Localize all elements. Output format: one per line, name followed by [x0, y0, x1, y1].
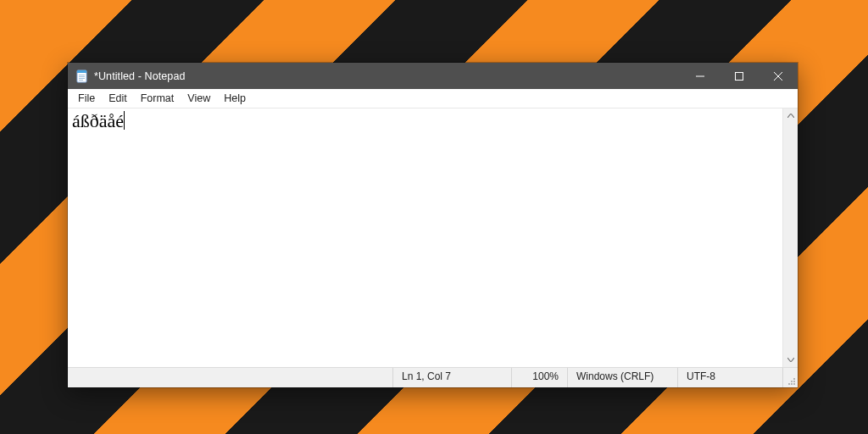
- close-icon: [774, 72, 782, 81]
- text-caret: [124, 111, 125, 130]
- menu-help[interactable]: Help: [217, 91, 253, 106]
- svg-point-15: [793, 383, 795, 385]
- menu-bar: File Edit Format View Help: [68, 89, 798, 108]
- scroll-down-icon[interactable]: [783, 353, 798, 367]
- vertical-scrollbar[interactable]: [782, 108, 798, 367]
- svg-point-12: [793, 381, 795, 382]
- svg-point-11: [791, 381, 793, 382]
- title-bar[interactable]: *Untitled - Notepad: [68, 63, 798, 89]
- maximize-button[interactable]: [720, 63, 759, 89]
- close-button[interactable]: [759, 63, 798, 89]
- resize-grip[interactable]: [782, 368, 798, 387]
- resize-grip-icon: [787, 376, 796, 386]
- status-eol: Windows (CRLF): [567, 368, 677, 387]
- status-bar: Ln 1, Col 7 100% Windows (CRLF) UTF-8: [68, 367, 798, 387]
- maximize-icon: [735, 72, 743, 81]
- minimize-button[interactable]: [681, 63, 720, 89]
- editor-content: áßðäåé: [72, 110, 124, 131]
- svg-point-10: [793, 378, 795, 380]
- menu-view[interactable]: View: [181, 91, 217, 106]
- editor-area: áßðäåé: [68, 108, 798, 367]
- scroll-up-icon[interactable]: [783, 108, 798, 123]
- status-spacer: [68, 368, 392, 387]
- menu-file[interactable]: File: [71, 91, 102, 106]
- status-zoom: 100%: [511, 368, 567, 387]
- app-icon: [75, 70, 89, 83]
- status-line-col: Ln 1, Col 7: [392, 368, 511, 387]
- svg-rect-7: [736, 72, 743, 80]
- notepad-window: *Untitled - Notepad File Edit Format Vie…: [68, 63, 798, 387]
- svg-point-14: [791, 383, 793, 385]
- text-editor[interactable]: áßðäåé: [68, 108, 782, 367]
- svg-rect-1: [77, 70, 86, 73]
- menu-format[interactable]: Format: [134, 91, 181, 106]
- status-encoding: UTF-8: [677, 368, 782, 387]
- svg-point-13: [788, 383, 790, 385]
- minimize-icon: [696, 72, 704, 81]
- window-title: *Untitled - Notepad: [94, 70, 186, 82]
- menu-edit[interactable]: Edit: [102, 91, 134, 106]
